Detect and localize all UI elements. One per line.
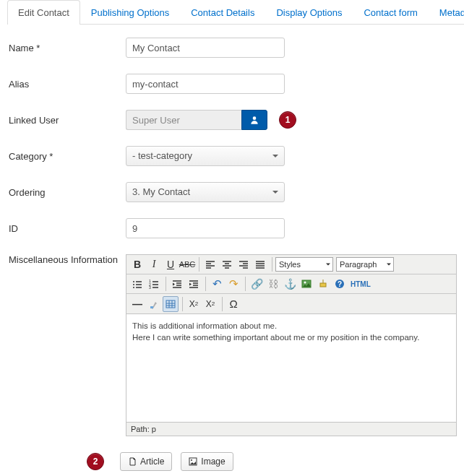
linked-user-input (126, 110, 241, 130)
label-misc-info: Miscellaneous Information (9, 254, 126, 265)
chevron-down-icon (272, 191, 278, 194)
paragraph-select[interactable]: Paragraph (336, 257, 394, 272)
tab-publishing-options[interactable]: Publishing Options (80, 0, 180, 25)
tab-edit-contact[interactable]: Edit Contact (7, 0, 80, 25)
category-value: - test-category (132, 150, 192, 163)
bullet-list-button[interactable] (129, 276, 145, 292)
help-button[interactable]: ? (332, 276, 348, 292)
label-category: Category * (9, 151, 126, 162)
ordering-value: 3. My Contact (132, 186, 190, 199)
label-id: ID (9, 223, 126, 234)
html-button[interactable]: HTML (348, 276, 373, 292)
hr-button[interactable]: — (129, 296, 145, 312)
superscript-button[interactable]: X2 (202, 296, 218, 312)
underline-button[interactable]: U (163, 256, 179, 272)
category-select[interactable]: - test-category (126, 146, 285, 166)
outdent-button[interactable] (169, 276, 185, 292)
toggle-guidelines-button[interactable] (163, 296, 179, 312)
special-char-button[interactable]: Ω (225, 296, 241, 312)
article-icon (128, 457, 137, 466)
rich-text-editor: B I U ABC (126, 254, 457, 436)
editor-path: Path: p (126, 423, 457, 436)
article-button[interactable]: Article (120, 452, 172, 471)
svg-text:?: ? (338, 280, 342, 288)
separator (272, 257, 272, 272)
image-button[interactable] (298, 276, 314, 292)
image-action-button[interactable]: Image (181, 452, 233, 471)
tab-display-options[interactable]: Display Options (265, 0, 353, 25)
user-icon (249, 115, 259, 125)
editor-line: Here I can write something important abo… (132, 332, 450, 343)
id-input (126, 218, 285, 238)
separator (222, 297, 223, 311)
anchor-button[interactable]: ⚓ (282, 276, 298, 292)
svg-point-1 (133, 281, 134, 282)
cleanup-button[interactable] (315, 276, 331, 292)
link-button[interactable]: 🔗 (249, 276, 265, 292)
svg-point-15 (191, 459, 192, 461)
separator (245, 277, 246, 291)
separator (205, 277, 206, 291)
label-alias: Alias (9, 79, 126, 90)
unlink-button[interactable]: ⛓ (265, 276, 281, 292)
editor-toolbar: B I U ABC (126, 254, 457, 314)
tab-contact-form[interactable]: Contact form (353, 0, 428, 25)
svg-rect-9 (320, 283, 326, 287)
bold-button[interactable]: B (129, 256, 145, 272)
label-name: Name * (9, 43, 126, 53)
svg-rect-12 (150, 306, 153, 308)
separator (166, 277, 166, 291)
label-linked-user: Linked User (9, 115, 126, 126)
align-justify-button[interactable] (252, 256, 268, 272)
alias-input[interactable] (126, 74, 285, 94)
styles-select[interactable]: Styles (275, 257, 333, 272)
editor-content[interactable]: This is additional information about me.… (126, 314, 457, 423)
svg-rect-13 (166, 300, 175, 308)
label-ordering: Ordering (9, 187, 126, 198)
select-user-button[interactable] (241, 110, 267, 130)
editor-line: This is additional information about me. (132, 320, 450, 332)
align-center-button[interactable] (219, 256, 235, 272)
strike-button[interactable]: ABC (179, 256, 195, 272)
tab-bar: Edit Contact Publishing Options Contact … (7, 0, 464, 25)
undo-button[interactable]: ↶ (209, 276, 225, 292)
italic-button[interactable]: I (146, 256, 162, 272)
align-right-button[interactable] (236, 256, 252, 272)
separator (182, 297, 183, 311)
indent-button[interactable] (186, 276, 202, 292)
name-input[interactable] (126, 38, 285, 58)
ordering-select[interactable]: 3. My Contact (126, 182, 285, 202)
remove-format-button[interactable] (146, 296, 162, 312)
chevron-down-icon (272, 155, 278, 157)
tab-contact-details[interactable]: Contact Details (180, 0, 265, 25)
align-left-button[interactable] (202, 256, 218, 272)
ordered-list-button[interactable]: 123 (146, 276, 162, 292)
callout-1: 1 (279, 111, 296, 129)
svg-point-3 (133, 287, 134, 288)
tab-metadata[interactable]: Metada (429, 0, 464, 25)
redo-button[interactable]: ↷ (225, 276, 241, 292)
image-icon (189, 457, 197, 466)
svg-point-8 (304, 282, 306, 284)
subscript-button[interactable]: X2 (186, 296, 202, 312)
svg-point-0 (253, 116, 257, 120)
callout-2: 2 (87, 453, 104, 470)
svg-point-2 (133, 284, 134, 285)
separator (199, 257, 199, 272)
svg-text:3: 3 (149, 285, 151, 289)
